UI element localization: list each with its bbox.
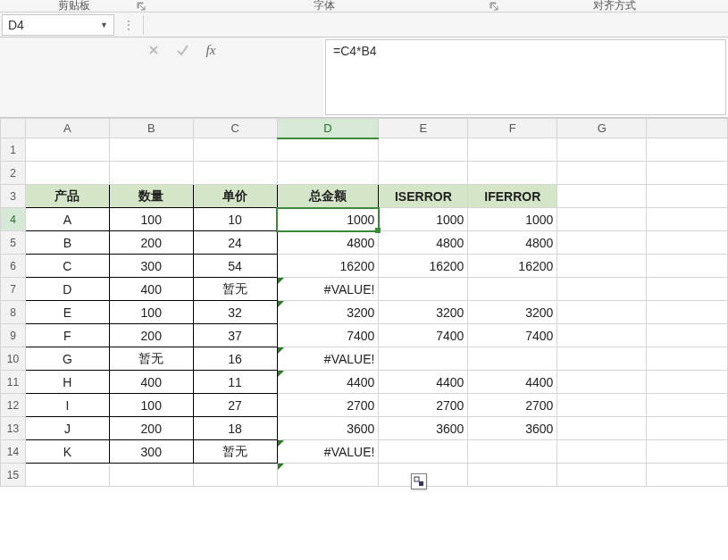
- cell[interactable]: [557, 162, 647, 185]
- cell[interactable]: [557, 301, 647, 324]
- cell[interactable]: C: [25, 255, 109, 278]
- cell[interactable]: 7400: [379, 324, 468, 347]
- cell[interactable]: 3200: [277, 301, 379, 324]
- cell[interactable]: 3600: [379, 417, 468, 440]
- cell[interactable]: [557, 347, 647, 371]
- dialog-launcher-icon[interactable]: [135, 0, 147, 13]
- cell[interactable]: [25, 138, 109, 162]
- cell[interactable]: 100: [109, 394, 193, 417]
- cell[interactable]: [468, 347, 557, 371]
- cell[interactable]: [379, 162, 468, 185]
- cell[interactable]: 4800: [277, 231, 379, 255]
- cell[interactable]: 16: [193, 347, 277, 371]
- col-header-blank[interactable]: [647, 119, 728, 138]
- cell[interactable]: [557, 324, 647, 347]
- header-cell[interactable]: 总金额: [277, 185, 379, 208]
- cell[interactable]: [557, 208, 647, 231]
- cell[interactable]: D: [25, 278, 109, 301]
- name-box[interactable]: D4 ▼: [2, 14, 114, 36]
- cell[interactable]: 10: [193, 208, 277, 231]
- col-header-B[interactable]: B: [109, 119, 193, 138]
- cell[interactable]: 400: [109, 371, 193, 394]
- cell[interactable]: G: [25, 347, 109, 371]
- cell[interactable]: [647, 138, 728, 162]
- cell[interactable]: [647, 231, 728, 255]
- cell[interactable]: [647, 324, 728, 347]
- cell[interactable]: 32: [193, 301, 277, 324]
- cell[interactable]: 2700: [277, 394, 379, 417]
- active-cell[interactable]: 1000: [277, 208, 379, 231]
- cell[interactable]: [379, 347, 468, 371]
- header-cell[interactable]: 数量: [109, 185, 193, 208]
- chevron-down-icon[interactable]: ▼: [100, 21, 108, 29]
- cell[interactable]: 400: [109, 278, 193, 301]
- cell[interactable]: [647, 255, 728, 278]
- cell[interactable]: K: [25, 440, 109, 464]
- cell[interactable]: [468, 440, 557, 464]
- cell[interactable]: [647, 417, 728, 440]
- cell[interactable]: [468, 464, 557, 487]
- spreadsheet[interactable]: A B C D E F G 123产品数量单价总金额ISERRORIFERROR…: [0, 118, 728, 487]
- col-header-A[interactable]: A: [25, 119, 109, 138]
- cell[interactable]: #VALUE!: [277, 278, 379, 301]
- row-header-15[interactable]: 15: [1, 464, 26, 487]
- cell[interactable]: F: [25, 324, 109, 347]
- error-indicator-icon[interactable]: [278, 371, 284, 377]
- header-cell[interactable]: [557, 185, 647, 208]
- cell[interactable]: 2700: [468, 394, 557, 417]
- cell[interactable]: [647, 301, 728, 324]
- cell[interactable]: [468, 138, 557, 162]
- cell[interactable]: 暂无: [193, 440, 277, 464]
- cell[interactable]: [557, 138, 647, 162]
- cell[interactable]: [193, 162, 277, 185]
- col-header-D[interactable]: D: [277, 119, 379, 138]
- col-header-E[interactable]: E: [379, 119, 468, 138]
- cell[interactable]: 16200: [379, 255, 468, 278]
- cell[interactable]: [647, 464, 728, 487]
- cell[interactable]: [647, 162, 728, 185]
- dialog-launcher-icon[interactable]: [488, 0, 500, 13]
- namebox-expand-icon[interactable]: ⋮: [116, 14, 141, 36]
- cell[interactable]: A: [25, 208, 109, 231]
- cell[interactable]: [557, 440, 647, 464]
- cell[interactable]: [647, 208, 728, 231]
- row-header-6[interactable]: 6: [1, 255, 26, 278]
- select-all-corner[interactable]: [1, 119, 26, 138]
- cell[interactable]: J: [25, 417, 109, 440]
- row-header-3[interactable]: 3: [1, 185, 26, 208]
- cell[interactable]: 16200: [277, 255, 379, 278]
- autofill-options-icon[interactable]: [411, 473, 427, 489]
- cell[interactable]: #VALUE!: [277, 347, 379, 371]
- cell[interactable]: E: [25, 301, 109, 324]
- header-cell[interactable]: 产品: [25, 185, 109, 208]
- cell[interactable]: [557, 278, 647, 301]
- cell[interactable]: 3200: [379, 301, 468, 324]
- cell[interactable]: 27: [193, 394, 277, 417]
- col-header-F[interactable]: F: [468, 119, 557, 138]
- cell[interactable]: [647, 394, 728, 417]
- cell[interactable]: 300: [109, 440, 193, 464]
- cell[interactable]: [647, 440, 728, 464]
- cell[interactable]: 18: [193, 417, 277, 440]
- cell[interactable]: 24: [193, 231, 277, 255]
- row-header-1[interactable]: 1: [1, 138, 26, 162]
- formula-bar[interactable]: =C4*B4: [325, 39, 726, 115]
- cell[interactable]: [193, 138, 277, 162]
- cell[interactable]: 200: [109, 231, 193, 255]
- cancel-icon[interactable]: [141, 39, 166, 61]
- cell[interactable]: [557, 464, 647, 487]
- cell[interactable]: [647, 347, 728, 371]
- cell[interactable]: 4400: [468, 371, 557, 394]
- cell[interactable]: [277, 162, 379, 185]
- cell[interactable]: B: [25, 231, 109, 255]
- cell[interactable]: [557, 231, 647, 255]
- cell[interactable]: I: [25, 394, 109, 417]
- cell[interactable]: 4400: [277, 371, 379, 394]
- cell[interactable]: 3600: [468, 417, 557, 440]
- col-header-C[interactable]: C: [193, 119, 277, 138]
- header-cell[interactable]: IFERROR: [468, 185, 557, 208]
- cell[interactable]: 3600: [277, 417, 379, 440]
- cell[interactable]: 7400: [468, 324, 557, 347]
- cell[interactable]: 100: [109, 301, 193, 324]
- row-header-8[interactable]: 8: [1, 301, 26, 324]
